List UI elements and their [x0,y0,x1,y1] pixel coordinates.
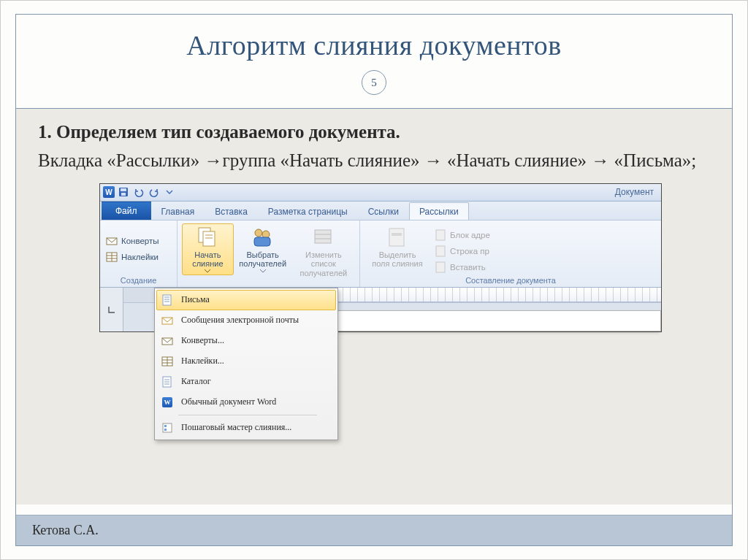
envelope-icon [161,334,174,348]
edit-recipients-icon [312,226,335,249]
greeting-line-label: Строка пр [450,247,489,256]
step-description: Вкладка «Рассылки» →группа «Начать слиян… [38,148,710,173]
ruler-corner [100,288,123,331]
svg-rect-23 [163,295,171,305]
svg-point-12 [255,229,262,237]
slide-title: Алгоритм слияния документов [16,29,732,61]
edit-recipients-label: Изменить список получателей [297,250,350,278]
envelope-icon [106,235,118,247]
tab-file[interactable]: Файл [102,202,151,220]
svg-rect-9 [203,231,215,246]
dd-letters[interactable]: Письма [156,290,336,310]
tab-layout[interactable]: Разметка страницы [258,202,358,220]
tab-stop-icon [107,304,117,315]
select-recipients-label: Выбрать получателей [239,250,286,269]
word-doc-icon: W [161,396,174,409]
start-merge-label: Начать слияние [187,250,229,269]
horizontal-ruler[interactable] [313,288,661,302]
address-block-label: Блок адре [450,231,490,239]
quick-access-toolbar: W Документ [100,184,661,202]
group-start-merge: Начать слияние Выбрать получателей [178,220,360,287]
svg-rect-18 [389,229,404,246]
highlight-fields-button[interactable]: Выделить поля слияния [365,223,430,271]
qat-dropdown-icon[interactable] [163,185,176,199]
envelopes-label: Конверты [121,237,159,245]
labels-icon [106,251,118,263]
redo-button[interactable] [148,185,161,199]
svg-rect-21 [436,246,445,256]
doc-icon [435,261,446,273]
group-compose: Выделить поля слияния Блок адре [360,220,661,287]
select-recipients-button[interactable]: Выбрать получателей [237,223,289,275]
tab-mailings[interactable]: Рассылки [409,202,469,220]
slide-number-badge: 5 [362,70,386,95]
svg-rect-1 [121,188,126,191]
svg-rect-14 [254,237,270,246]
svg-rect-37 [163,423,172,432]
chevron-down-icon [260,269,266,273]
letter-icon [161,294,174,307]
tab-insert[interactable]: Вставка [205,202,258,220]
group-compose-label: Составление документа [365,275,657,287]
dd-catalog-label: Каталог [181,376,211,387]
svg-rect-15 [315,230,331,243]
insert-field-label: Вставить [450,263,486,272]
ribbon-tabs: Файл Главная Вставка Разметка страницы С… [100,202,661,220]
address-block-button[interactable]: Блок адре [433,228,492,242]
svg-rect-2 [121,193,126,196]
start-merge-icon [196,226,219,249]
footer-author: Кетова С.А. [32,523,99,538]
group-create: Конверты Наклейки [100,220,178,287]
doc-icon [435,245,446,257]
start-merge-dropdown: Письма Сообщения электронной почты Конве… [154,288,338,440]
envelopes-button[interactable]: Конверты [104,234,161,248]
tab-references[interactable]: Ссылки [358,202,409,220]
document-page [335,310,661,331]
dd-email-label: Сообщения электронной почты [181,315,299,326]
labels-button[interactable]: Наклейки [104,250,161,264]
wizard-icon [161,421,174,434]
group-create-label: Создание [104,275,172,287]
dd-labels[interactable]: Наклейки... [156,351,336,372]
document-title: Документ [615,187,658,197]
svg-rect-20 [436,230,445,240]
dd-normal-label: Обычный документ Word [181,396,276,407]
dropdown-separator [178,415,317,415]
svg-rect-38 [164,425,167,427]
ribbon: Конверты Наклейки [100,220,661,288]
edit-recipients-button[interactable]: Изменить список получателей [292,223,355,280]
dd-catalog[interactable]: Каталог [156,372,336,392]
dd-wizard-label: Пошаговый мастер слияния... [181,422,291,433]
highlight-icon [386,226,409,249]
recipients-icon [251,226,275,249]
save-button[interactable] [117,185,130,199]
highlight-fields-label: Выделить поля слияния [370,250,425,269]
embedded-screenshot: W Документ [38,183,710,332]
dd-email[interactable]: Сообщения электронной почты [156,310,336,331]
dd-labels-label: Наклейки... [181,356,224,367]
svg-rect-22 [436,262,445,272]
undo-button[interactable] [132,185,145,199]
dd-envelopes[interactable]: Конверты... [156,331,336,351]
chevron-down-icon [205,269,210,273]
svg-rect-19 [392,233,402,236]
slide: Алгоритм слияния документов 5 1. Определ… [0,0,748,560]
dd-letters-label: Письма [181,294,210,305]
svg-rect-39 [164,429,167,431]
start-merge-button[interactable]: Начать слияние [182,223,234,275]
insert-field-button[interactable]: Вставить [433,260,492,275]
greeting-line-button[interactable]: Строка пр [433,244,492,258]
catalog-icon [161,375,174,388]
tab-home[interactable]: Главная [151,202,205,220]
email-icon [161,314,174,327]
dd-wizard[interactable]: Пошаговый мастер слияния... [156,418,336,438]
step-heading: 1. Определяем тип создаваемого документа… [38,122,710,142]
footer: Кетова С.А. [16,515,732,545]
content-area: 1. Определяем тип создаваемого документа… [16,109,732,505]
labels-label: Наклейки [121,253,159,261]
word-app-icon[interactable]: W [103,186,115,198]
labels-icon [161,355,174,368]
doc-icon [435,229,446,241]
slide-frame: Алгоритм слияния документов 5 1. Определ… [15,14,733,546]
dd-normal[interactable]: W Обычный документ Word [156,392,336,413]
